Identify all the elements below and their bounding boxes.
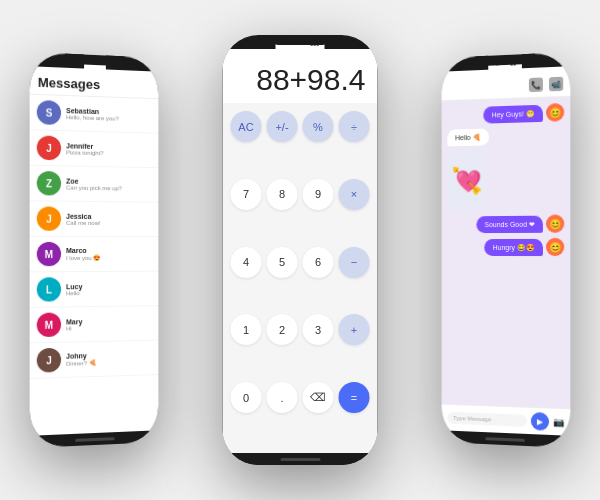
messages-title: Messages (38, 75, 151, 94)
phone-chat: ▲ ▲ ▮▮ 📞 📹 Hey Guys! 😁 😊 Hello 🍕💘 Sounds… (442, 52, 571, 448)
calc-button-8[interactable]: 8 (267, 179, 298, 210)
video-icon[interactable]: 📹 (549, 77, 563, 92)
calc-button-[interactable]: × (339, 179, 370, 210)
send-button[interactable]: ▶ (531, 412, 549, 431)
calc-display: 88+98.4 (223, 49, 378, 103)
calc-button-[interactable]: + (339, 314, 370, 345)
message-item[interactable]: J Johny Dinner? 🍕 (30, 341, 159, 379)
calc-button-[interactable]: − (339, 247, 370, 278)
phone-calculator: 3:50 ▲ ▲ ▮▮▮ 88+98.4 AC+/-%÷789×456−123+… (223, 35, 378, 465)
chat-screen: 📞 📹 Hey Guys! 😁 😊 Hello 🍕💘 Sounds Good ❤… (442, 66, 571, 436)
msg-avatar: J (37, 135, 61, 160)
msg-preview: I love you 😍 (66, 254, 152, 261)
calc-button-7[interactable]: 7 (231, 179, 262, 210)
calc-button-[interactable]: % (303, 111, 334, 142)
calc-button-3[interactable]: 3 (303, 314, 334, 345)
msg-avatar: S (37, 100, 61, 125)
msg-content: Jessica Call me now! (66, 212, 152, 226)
calc-button-4[interactable]: 4 (231, 247, 262, 278)
msg-content: Marco I love you 😍 (66, 247, 152, 261)
msg-preview: Call me now! (66, 219, 152, 226)
message-item[interactable]: J Jessica Call me now! (30, 201, 159, 237)
calc-button-[interactable]: = (339, 382, 370, 413)
sent-bubble: Hey Guys! 😁 (484, 105, 543, 124)
calc-button-0[interactable]: 0 (231, 382, 262, 413)
chat-body: Hey Guys! 😁 😊 Hello 🍕💘 Sounds Good ❤ 😊 H… (442, 97, 571, 409)
sent-bubble: Hungry 😂😍 (485, 239, 543, 256)
message-item[interactable]: S Sebastian Hello, how are you? (30, 95, 159, 134)
chat-avatar: 😊 (546, 215, 564, 233)
msg-content: Mary Hi (66, 317, 152, 331)
messages-screen: Messages S Sebastian Hello, how are you?… (30, 66, 159, 436)
message-item[interactable]: L Lucy Hello (30, 272, 159, 308)
home-indicator (75, 437, 115, 442)
app-scene: ●●● Messages S Sebastian Hello, how are … (20, 15, 580, 485)
msg-avatar: L (37, 277, 61, 301)
msg-content: Lucy Hello (66, 282, 152, 296)
calc-buttons[interactable]: AC+/-%÷789×456−123+0.⌫= (223, 103, 378, 453)
msg-preview: Can you pick me up? (66, 184, 152, 191)
received-bubble: Hello 🍕 (447, 128, 489, 146)
chat-sent-row: Hungry 😂😍 😊 (485, 238, 564, 256)
calculator-screen: 88+98.4 AC+/-%÷789×456−123+0.⌫= (223, 49, 378, 453)
calc-button-[interactable]: . (267, 382, 298, 413)
msg-avatar: M (37, 242, 61, 266)
message-item[interactable]: J Jennifer Pizza tonight? (30, 130, 159, 168)
call-icon[interactable]: 📞 (529, 77, 543, 92)
sent-bubble: Sounds Good ❤ (477, 216, 543, 234)
message-item[interactable]: M Mary Hi (30, 306, 159, 343)
msg-content: Sebastian Hello, how are you? (66, 107, 152, 123)
calc-button-5[interactable]: 5 (267, 247, 298, 278)
calc-button-2[interactable]: 2 (267, 314, 298, 345)
chat-avatar: 😊 (546, 103, 564, 122)
calc-button-9[interactable]: 9 (303, 179, 334, 210)
chat-header: 📞 📹 (442, 66, 571, 101)
home-indicator (280, 458, 320, 461)
msg-preview: Hello (66, 289, 152, 296)
sticker: 💘 (447, 151, 486, 211)
msg-preview: Dinner? 🍕 (66, 358, 152, 367)
calc-result: 88+98.4 (235, 65, 366, 95)
message-item[interactable]: Z Zoe Can you pick me up? (30, 166, 159, 203)
msg-avatar: M (37, 312, 61, 337)
calc-button-[interactable]: +/- (267, 111, 298, 142)
calc-button-AC[interactable]: AC (231, 111, 262, 142)
msg-content: Zoe Can you pick me up? (66, 177, 152, 191)
chat-avatar: 😊 (546, 238, 564, 256)
bottom-bar-center (223, 453, 378, 465)
message-list: S Sebastian Hello, how are you? J Jennif… (30, 95, 159, 379)
phone-messages: ●●● Messages S Sebastian Hello, how are … (30, 52, 159, 448)
phone-notch-center (270, 35, 330, 45)
home-indicator (485, 437, 525, 442)
calc-button-6[interactable]: 6 (303, 247, 334, 278)
msg-content: Jennifer Pizza tonight? (66, 142, 152, 157)
chat-sent-row: Hey Guys! 😁 😊 (484, 103, 565, 124)
msg-avatar: J (37, 206, 61, 230)
messages-header: Messages (30, 66, 159, 99)
msg-content: Johny Dinner? 🍕 (66, 351, 152, 367)
message-item[interactable]: M Marco I love you 😍 (30, 237, 159, 273)
calc-button-1[interactable]: 1 (231, 314, 262, 345)
phone-notch-right (475, 54, 534, 67)
msg-avatar: J (37, 348, 61, 373)
chat-sent-row: Sounds Good ❤ 😊 (477, 215, 565, 234)
attach-icon[interactable]: 📷 (553, 417, 564, 428)
calc-button-[interactable]: ÷ (339, 111, 370, 142)
msg-preview: Pizza tonight? (66, 149, 152, 157)
phone-notch-left (65, 54, 124, 67)
chat-input-bar: Type Message ▶ 📷 (442, 404, 571, 436)
msg-avatar: Z (37, 171, 61, 196)
chat-input-field[interactable]: Type Message (447, 412, 527, 427)
calc-button-[interactable]: ⌫ (303, 382, 334, 413)
